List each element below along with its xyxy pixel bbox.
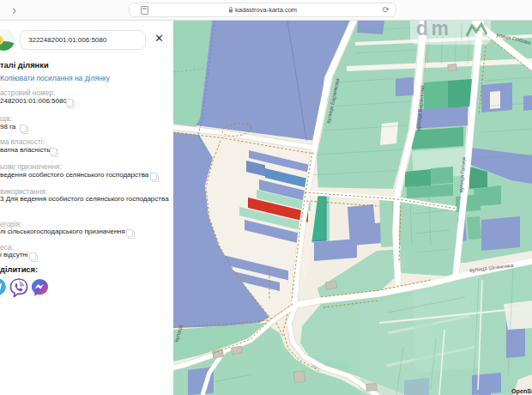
svg-text:OpenStr: OpenStr (511, 387, 532, 395)
svg-text:dm: dm (416, 21, 452, 40)
